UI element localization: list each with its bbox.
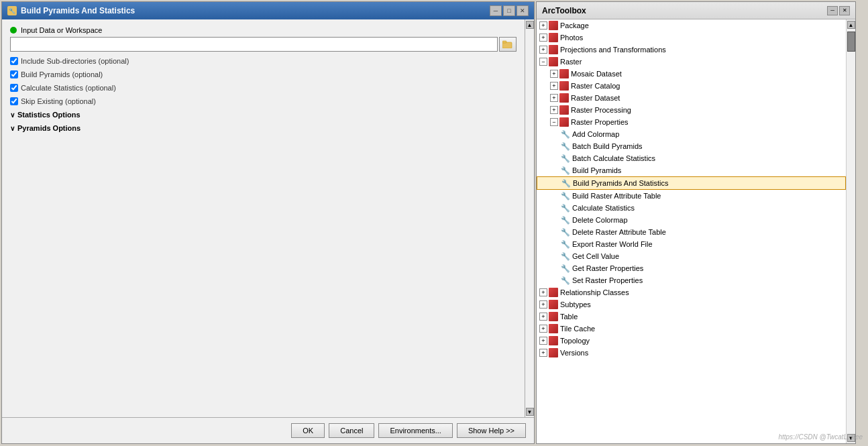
tree-item-projections[interactable]: + Projections and Transformations (537, 44, 846, 56)
tree-item-build-pyramids[interactable]: 🔧 Build Pyramids (537, 164, 846, 176)
tree-item-build-raster-attr-table[interactable]: 🔧 Build Raster Attribute Table (537, 190, 846, 202)
tree-item-photos[interactable]: + Photos (537, 32, 846, 44)
arctoolbox-scrollbar[interactable]: ▲ ▼ (846, 19, 855, 443)
expand-rel-classes-icon[interactable]: + (539, 288, 547, 296)
expand-projections-icon[interactable]: + (539, 46, 547, 54)
arc-scroll-thumb[interactable] (847, 32, 855, 52)
skip-existing-label: Skip Existing (optional) (21, 97, 96, 105)
expand-table-icon[interactable]: + (539, 313, 547, 321)
ok-button[interactable]: OK (291, 423, 325, 438)
browse-button[interactable] (499, 37, 517, 52)
expand-tile-cache-icon[interactable]: + (539, 325, 547, 333)
dialog-title-icon: 🔧 (7, 6, 17, 15)
tree-item-raster-properties[interactable]: − Raster Properties (537, 116, 846, 128)
tree-item-versions[interactable]: + Versions (537, 347, 846, 359)
batch-calc-stats-tool-icon: 🔧 (561, 154, 570, 163)
raster-toolbox-icon (549, 57, 558, 66)
expand-photos-icon[interactable]: + (539, 34, 547, 42)
checkbox-skip-existing: Skip Existing (optional) (10, 97, 517, 105)
tree-item-get-raster-properties[interactable]: 🔧 Get Raster Properties (537, 262, 846, 274)
tree-item-calculate-statistics[interactable]: 🔧 Calculate Statistics (537, 202, 846, 214)
tree-item-raster-catalog[interactable]: + Raster Catalog (537, 80, 846, 92)
table-label: Table (560, 313, 578, 321)
expand-subtypes-icon[interactable]: + (539, 300, 547, 309)
skip-existing-checkbox[interactable] (10, 97, 18, 105)
scroll-down-btn[interactable]: ▼ (526, 408, 534, 416)
get-raster-properties-label: Get Raster Properties (572, 264, 643, 272)
raster-dataset-label: Raster Dataset (571, 94, 620, 102)
mosaic-label: Mosaic Dataset (571, 70, 622, 78)
tree-item-delete-raster-attr-table[interactable]: 🔧 Delete Raster Attribute Table (537, 226, 846, 238)
tree-item-mosaic-dataset[interactable]: + Mosaic Dataset (537, 68, 846, 80)
environments-button[interactable]: Environments... (378, 423, 452, 438)
expand-raster-dataset-icon[interactable]: + (550, 94, 558, 102)
pyramids-arrow-icon: ∨ (10, 125, 15, 132)
expand-raster-icon[interactable]: − (539, 58, 547, 66)
tree-item-build-pyramids-stats[interactable]: 🔧 Build Pyramids And Statistics (537, 176, 846, 190)
scroll-up-btn[interactable]: ▲ (526, 21, 534, 29)
close-button[interactable]: ✕ (517, 5, 529, 16)
expand-raster-catalog-icon[interactable]: + (550, 82, 558, 90)
tree-item-relationship-classes[interactable]: + Relationship Classes (537, 286, 846, 298)
tree-item-package[interactable]: + Package (537, 19, 846, 32)
watermark: https://CSDN @TwcatL_tree (778, 433, 863, 441)
tree-item-tile-cache[interactable]: + Tile Cache (537, 323, 846, 335)
photos-toolbox-icon (549, 33, 558, 42)
arctoolbox-title: ArcToolbox (542, 6, 586, 15)
arctoolbox-tree: + Package + Photos + Projections and Tra… (537, 19, 846, 443)
calculate-stats-label: Calculate Statistics (optional) (21, 84, 116, 92)
export-raster-world-label: Export Raster World File (572, 240, 653, 248)
tree-item-delete-colormap[interactable]: 🔧 Delete Colormap (537, 214, 846, 226)
raster-properties-label: Raster Properties (571, 118, 629, 126)
svg-rect-1 (502, 41, 506, 43)
photos-label: Photos (560, 34, 583, 42)
include-subdirs-checkbox[interactable] (10, 57, 18, 65)
topology-toolbox-icon (549, 336, 558, 345)
delete-colormap-tool-icon: 🔧 (561, 215, 570, 225)
calculate-statistics-label: Calculate Statistics (572, 204, 635, 212)
arctoolbox-minimize-btn[interactable]: ─ (827, 6, 838, 15)
raster-label: Raster (560, 58, 582, 66)
cancel-button[interactable]: Cancel (329, 423, 374, 438)
arc-scroll-up-btn[interactable]: ▲ (847, 21, 855, 29)
expand-mosaic-icon[interactable]: + (550, 70, 558, 78)
workspace-input[interactable] (10, 37, 498, 52)
expand-topology-icon[interactable]: + (539, 337, 547, 345)
tree-item-table[interactable]: + Table (537, 311, 846, 323)
tree-item-add-colormap[interactable]: 🔧 Add Colormap (537, 128, 846, 140)
tree-item-raster[interactable]: − Raster (537, 56, 846, 68)
expand-raster-processing-icon[interactable]: + (550, 106, 558, 114)
statistics-options-toggle[interactable]: ∨ Statistics Options (10, 111, 517, 119)
tree-item-get-cell-value[interactable]: 🔧 Get Cell Value (537, 250, 846, 262)
titlebar-buttons: ─ □ ✕ (490, 5, 529, 16)
pyramids-options-toggle[interactable]: ∨ Pyramids Options (10, 124, 517, 132)
package-toolbox-icon (549, 21, 558, 30)
calculate-stats-checkbox[interactable] (10, 84, 18, 92)
expand-versions-icon[interactable]: + (539, 349, 547, 357)
tile-cache-label: Tile Cache (560, 325, 595, 333)
add-colormap-tool-icon: 🔧 (561, 129, 570, 139)
expand-raster-properties-icon[interactable]: − (550, 118, 558, 126)
tree-item-subtypes[interactable]: + Subtypes (537, 298, 846, 311)
dialog-scrollbar[interactable]: ▲ ▼ (525, 19, 534, 417)
tile-cache-toolbox-icon (549, 324, 558, 333)
tree-item-raster-processing[interactable]: + Raster Processing (537, 104, 846, 116)
delete-colormap-label: Delete Colormap (572, 216, 628, 224)
get-raster-props-tool-icon: 🔧 (561, 264, 570, 273)
minimize-button[interactable]: ─ (490, 5, 502, 16)
build-pyramids-checkbox[interactable] (10, 70, 18, 78)
build-pyramids-dialog: 🔧 Build Pyramids And Statistics ─ □ ✕ In… (1, 1, 535, 444)
dialog-titlebar: 🔧 Build Pyramids And Statistics ─ □ ✕ (2, 2, 534, 19)
tree-item-export-raster-world[interactable]: 🔧 Export Raster World File (537, 238, 846, 250)
expand-package-icon[interactable]: + (539, 21, 547, 30)
tree-item-raster-dataset[interactable]: + Raster Dataset (537, 92, 846, 104)
include-subdirs-label: Include Sub-directories (optional) (21, 57, 129, 65)
tree-item-batch-build-pyramids[interactable]: 🔧 Batch Build Pyramids (537, 140, 846, 152)
arctoolbox-close-btn[interactable]: ✕ (839, 6, 850, 15)
show-help-button[interactable]: Show Help >> (457, 423, 526, 438)
build-pyr-stats-tool-icon: 🔧 (561, 178, 571, 188)
tree-item-topology[interactable]: + Topology (537, 335, 846, 347)
maximize-button[interactable]: □ (503, 5, 515, 16)
tree-item-set-raster-properties[interactable]: 🔧 Set Raster Properties (537, 274, 846, 286)
tree-item-batch-calculate-statistics[interactable]: 🔧 Batch Calculate Statistics (537, 152, 846, 164)
